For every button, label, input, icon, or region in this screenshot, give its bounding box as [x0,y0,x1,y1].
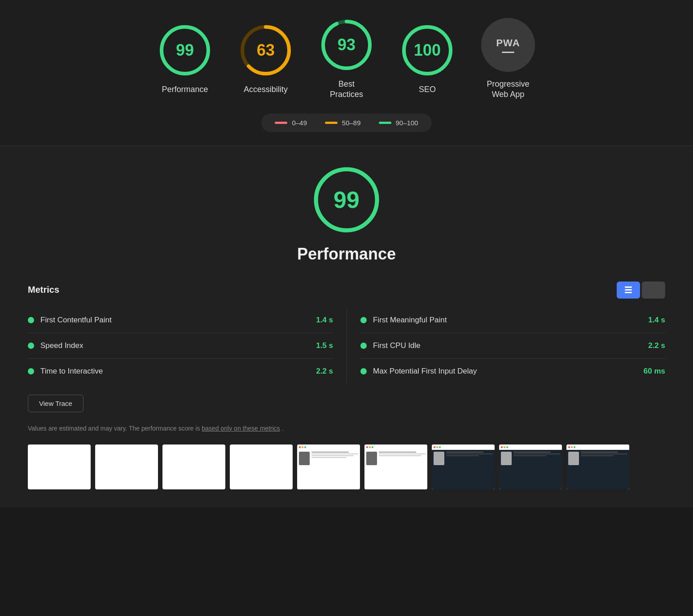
top-section: 99 Performance 63 Accessibility [0,0,693,145]
score-item-seo: 100 SEO [400,23,454,95]
perf-title: Performance [297,245,396,264]
metric-row-fci: First CPU Idle 2.2 s [360,333,665,359]
score-item-accessibility: 63 Accessibility [239,23,293,95]
legend-item-low: 0–49 [275,119,307,127]
pwa-abbr: PWA [496,37,520,49]
screenshots-row [28,444,665,489]
metric-value-fcp: 1.4 s [302,316,333,325]
metrics-header: Metrics [28,282,665,299]
metrics-grid: First Contentful Paint 1.4 s Speed Index… [28,308,665,384]
view-toggle [617,282,665,299]
screenshot-thumb-6 [364,444,427,489]
metric-dot-fcp [28,317,34,323]
metric-row-mpfid: Max Potential First Input Delay 60 ms [360,359,665,384]
score-item-best-practices: 93 BestPractices [320,18,373,100]
metric-value-tti: 2.2 s [302,367,333,376]
legend-dash-low [275,122,287,124]
metric-dot-tti [28,368,34,374]
metrics-section: Metrics First Contentful [28,282,665,489]
score-label-performance: Performance [162,84,208,95]
legend-dash-high [379,122,391,124]
metric-value-fci: 2.2 s [634,341,665,350]
score-circle-seo: 100 [400,23,454,77]
metric-name-fcp: First Contentful Paint [40,316,295,325]
legend-range-low: 0–49 [292,119,307,127]
grid-icon [625,286,632,293]
legend-range-high: 90–100 [396,119,418,127]
screenshot-thumb-7 [432,444,495,489]
metric-row-tti: Time to Interactive 2.2 s [28,359,333,384]
score-circle-performance: 99 [158,23,212,77]
metric-name-tti: Time to Interactive [40,367,295,376]
metric-name-si: Speed Index [40,341,295,350]
screenshot-thumb-3 [162,444,225,489]
disclaimer-end: . [282,425,284,432]
metric-dot-si [28,343,34,349]
metric-value-si: 1.5 s [302,341,333,350]
legend-item-mid: 50–89 [325,119,361,127]
metric-row-fmp: First Meaningful Paint 1.4 s [360,308,665,333]
score-label-accessibility: Accessibility [244,84,288,95]
legend-dash-mid [325,122,338,124]
disclaimer-main: Values are estimated and may vary. The p… [28,425,200,432]
legend-item-high: 90–100 [379,119,418,127]
disclaimer-link[interactable]: based only on these metrics [202,425,280,432]
legend-range-mid: 50–89 [342,119,361,127]
score-value-accessibility: 63 [257,41,275,60]
main-score-value: 99 [333,186,360,213]
score-label-pwa: ProgressiveWeb App [487,79,529,100]
score-label-best-practices: BestPractices [330,79,363,100]
metric-row-si: Speed Index 1.5 s [28,333,333,359]
metrics-title: Metrics [28,285,59,295]
big-score-circle: 99 [311,164,382,236]
score-value-seo: 100 [414,41,441,60]
screenshot-thumb-5 [297,444,360,489]
right-metrics: First Meaningful Paint 1.4 s First CPU I… [346,308,665,384]
metric-name-fci: First CPU Idle [373,341,627,350]
perf-header: 99 Performance [27,164,666,264]
metric-dot-mpfid [360,368,367,374]
scores-row: 99 Performance 63 Accessibility [158,18,535,100]
score-circle-accessibility: 63 [239,23,293,77]
pwa-circle: PWA [481,18,535,72]
metric-value-fmp: 1.4 s [634,316,665,325]
score-item-performance: 99 Performance [158,23,212,95]
metric-name-mpfid: Max Potential First Input Delay [373,367,627,376]
pwa-dash [502,52,514,53]
screenshot-thumb-1 [28,444,91,489]
metric-row-fcp: First Contentful Paint 1.4 s [28,308,333,333]
screenshot-thumb-9 [566,444,629,489]
score-value-best-practices: 93 [338,35,355,54]
toggle-grid-button[interactable] [617,282,640,299]
score-circle-best-practices: 93 [320,18,373,72]
metric-dot-fci [360,343,367,349]
screenshot-thumb-2 [95,444,158,489]
score-value-performance: 99 [176,41,194,60]
left-metrics: First Contentful Paint 1.4 s Speed Index… [28,308,346,384]
disclaimer-text: Values are estimated and may vary. The p… [28,425,387,432]
legend-bar: 0–49 50–89 90–100 [261,114,431,132]
metric-dot-fmp [360,317,367,323]
main-section: 99 Performance Metrics [0,146,693,507]
screenshot-thumb-8 [499,444,562,489]
metric-value-mpfid: 60 ms [634,367,665,376]
toggle-list-button[interactable] [642,282,665,299]
score-item-pwa: PWA ProgressiveWeb App [481,18,535,100]
score-label-seo: SEO [419,84,436,95]
view-trace-button[interactable]: View Trace [28,395,83,412]
metric-name-fmp: First Meaningful Paint [373,316,627,325]
screenshot-thumb-4 [230,444,293,489]
